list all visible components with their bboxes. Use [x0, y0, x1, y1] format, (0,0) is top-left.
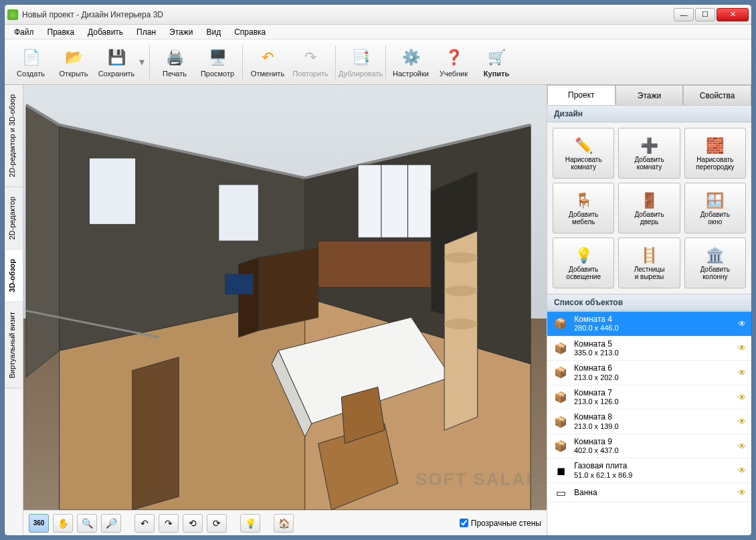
view-360-button[interactable]: 360: [29, 514, 49, 533]
svg-rect-11: [358, 165, 431, 238]
tab-floors[interactable]: Этажи: [616, 85, 684, 105]
object-icon: 📦: [553, 341, 569, 355]
rotate-right-button[interactable]: ↷: [159, 514, 179, 533]
undo-button[interactable]: ↶Отменить: [247, 42, 288, 82]
maximize-button[interactable]: ☐: [695, 8, 715, 21]
create-button[interactable]: 📄Создать: [10, 42, 52, 82]
tab-3d[interactable]: 3D-обзор: [5, 250, 23, 302]
object-list[interactable]: 📦Комната 4280.0 x 446.0👁📦Комната 5335.0 …: [547, 311, 751, 535]
add-column-button[interactable]: 🏛️Добавитьколонну: [684, 238, 746, 288]
add-window-button[interactable]: 🪟Добавитьокно: [684, 183, 746, 234]
draw-partition-icon: 🧱: [706, 136, 724, 156]
design-header: Дизайн: [547, 105, 751, 122]
redo-button: ↷Повторить: [290, 42, 331, 82]
tab-virtual[interactable]: Виртуальный визит: [5, 302, 23, 389]
app-window: Новый проект - Дизайн Интерьера 3D — ☐ ✕…: [4, 4, 752, 536]
visibility-icon[interactable]: 👁: [738, 442, 746, 451]
object-row[interactable]: ◼Газовая плита51.0 x 62.1 x 86.9👁: [547, 458, 751, 483]
object-icon: 📦: [553, 415, 569, 428]
svg-point-24: [444, 319, 478, 329]
draw-room-button[interactable]: ✏️Нарисоватькомнату: [553, 128, 614, 179]
menu-Правка[interactable]: Правка: [42, 26, 80, 38]
folder-icon: 📂: [63, 47, 84, 68]
add-light-button[interactable]: 💡Добавитьосвещение: [553, 238, 614, 288]
draw-room-icon: ✏️: [575, 136, 593, 156]
visibility-icon[interactable]: 👁: [738, 417, 746, 426]
object-row[interactable]: 📦Комната 9402.0 x 437.0👁: [547, 434, 751, 459]
left-tabs: 2D-редактор и 3D-обзор 2D-редактор 3D-об…: [5, 85, 23, 535]
object-row[interactable]: 📦Комната 5335.0 x 213.0👁: [547, 337, 751, 361]
settings-button[interactable]: ⚙️Настройки: [390, 42, 432, 82]
menu-Этажи[interactable]: Этажи: [164, 26, 198, 38]
visibility-icon[interactable]: 👁: [738, 319, 746, 329]
monitor-icon: 🖥️: [207, 47, 228, 68]
close-button[interactable]: ✕: [717, 8, 749, 21]
object-icon: ▭: [553, 486, 569, 499]
open-button[interactable]: 📂Открыть: [53, 42, 94, 82]
visibility-icon[interactable]: 👁: [738, 488, 746, 497]
redo-icon: ↷: [300, 47, 321, 68]
tab-2d[interactable]: 2D-редактор: [5, 187, 23, 250]
svg-marker-16: [258, 248, 318, 331]
menu-Справка[interactable]: Справка: [229, 26, 271, 38]
undo-icon: ↶: [257, 47, 278, 68]
save-icon: 💾: [106, 47, 127, 68]
3d-viewport[interactable]: SOFT SALAD: [23, 85, 547, 510]
menu-Добавить[interactable]: Добавить: [82, 26, 128, 38]
object-row[interactable]: 📦Комната 7213.0 x 126.0👁: [547, 385, 751, 410]
print-button[interactable]: 🖨️Печать: [154, 42, 195, 82]
tab-properties[interactable]: Свойства: [683, 85, 751, 105]
home-view-button[interactable]: 🏠: [274, 514, 294, 533]
object-row[interactable]: 📦Комната 4280.0 x 446.0👁: [547, 312, 751, 337]
preview-button[interactable]: 🖥️Просмотр: [197, 42, 238, 82]
save-dropdown[interactable]: ▾: [138, 56, 145, 68]
svg-rect-18: [225, 274, 254, 294]
visibility-icon[interactable]: 👁: [738, 466, 746, 475]
object-row[interactable]: 📦Комната 8213.0 x 139.0👁: [547, 410, 751, 434]
add-furniture-icon: 🪑: [575, 191, 593, 211]
orbit-h-button[interactable]: ⟲: [183, 514, 203, 533]
light-toggle-button[interactable]: 💡: [240, 514, 260, 533]
add-window-icon: 🪟: [706, 191, 724, 211]
menu-План[interactable]: План: [131, 26, 161, 38]
svg-rect-10: [219, 185, 259, 241]
save-button[interactable]: 💾Сохранить: [96, 42, 137, 82]
menu-Вид[interactable]: Вид: [201, 26, 226, 38]
pan-button[interactable]: ✋: [53, 514, 73, 533]
zoom-out-button[interactable]: 🔍: [77, 514, 97, 533]
printer-icon: 🖨️: [164, 47, 185, 68]
room-render: [23, 85, 547, 510]
buy-button[interactable]: 🛒Купить: [476, 42, 517, 82]
visibility-icon[interactable]: 👁: [738, 343, 746, 353]
menu-Файл[interactable]: Файл: [9, 26, 39, 38]
visibility-icon[interactable]: 👁: [738, 368, 746, 377]
objects-header: Список объектов: [547, 294, 751, 311]
draw-partition-button[interactable]: 🧱Нарисоватьперегородку: [684, 128, 746, 179]
svg-rect-14: [318, 241, 438, 287]
add-door-button[interactable]: 🚪Добавитьдверь: [618, 183, 680, 234]
svg-marker-27: [132, 357, 179, 510]
zoom-in-button[interactable]: 🔎: [101, 514, 121, 533]
tab-project[interactable]: Проект: [547, 85, 616, 105]
add-furniture-button[interactable]: 🪑Добавитьмебель: [553, 183, 614, 234]
view-toolbar: 360 ✋ 🔍 🔎 ↶ ↷ ⟲ ⟳ 💡 🏠 Прозрачные стены: [23, 510, 547, 535]
object-row[interactable]: 📦Комната 6213.0 x 202.0👁: [547, 361, 751, 385]
transparent-walls-checkbox[interactable]: Прозрачные стены: [460, 519, 541, 528]
tab-2d-3d[interactable]: 2D-редактор и 3D-обзор: [5, 85, 23, 187]
visibility-icon[interactable]: 👁: [738, 393, 746, 402]
minimize-button[interactable]: —: [674, 8, 694, 21]
orbit-v-button[interactable]: ⟳: [207, 514, 227, 533]
svg-marker-4: [26, 105, 60, 377]
tutorial-button[interactable]: ❓Учебник: [433, 42, 474, 82]
add-column-icon: 🏛️: [706, 246, 724, 266]
stairs-button[interactable]: 🪜Лестницыи вырезы: [618, 238, 680, 288]
rotate-left-button[interactable]: ↶: [134, 514, 155, 533]
design-buttons-grid: ✏️Нарисоватькомнату➕Добавитькомнату🧱Нари…: [547, 122, 751, 294]
stairs-icon: 🪜: [640, 246, 658, 266]
object-row[interactable]: ▭Ванна👁: [547, 483, 751, 503]
titlebar: Новый проект - Дизайн Интерьера 3D — ☐ ✕: [5, 5, 751, 25]
file-icon: 📄: [20, 47, 41, 68]
add-room-button[interactable]: ➕Добавитькомнату: [618, 128, 680, 179]
svg-point-22: [444, 252, 478, 263]
gear-icon: ⚙️: [400, 47, 421, 68]
